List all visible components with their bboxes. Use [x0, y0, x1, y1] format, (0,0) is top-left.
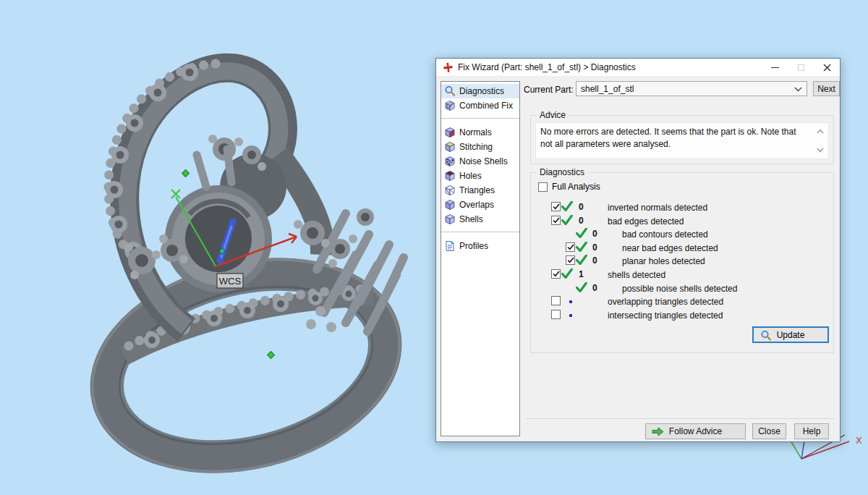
diagnostic-label: bad edges detected: [608, 216, 684, 227]
sidebar-item-label: Shells: [459, 214, 483, 224]
scroll-down-icon[interactable]: [816, 145, 825, 154]
sidebar-item-diagnostics[interactable]: Diagnostics: [441, 84, 519, 98]
diagnostic-label: intersecting triangles detected: [608, 310, 723, 321]
sidebar-item-label: Noise Shells: [459, 156, 508, 166]
profiles-icon: [444, 240, 456, 252]
current-part-value: shell_1_of_stl: [581, 84, 634, 94]
diagnostic-checkbox[interactable]: [566, 242, 575, 252]
diagnostic-label: shells detected: [608, 270, 665, 280]
maximize-icon: [788, 59, 814, 76]
close-button[interactable]: Close: [752, 423, 786, 439]
sidebar-item-normals[interactable]: Normals: [441, 125, 519, 140]
scroll-up-icon[interactable]: [816, 127, 825, 136]
diagnostics-groupbox: Diagnostics Full Analysis 0inverted norm…: [530, 172, 834, 353]
diagnostic-checkbox[interactable]: [551, 310, 561, 319]
dialog-titlebar[interactable]: Fix Wizard (Part: shell_1_of_stl) > Diag…: [436, 59, 840, 77]
current-part-dropdown[interactable]: shell_1_of_stl: [576, 81, 807, 96]
update-button[interactable]: Update: [752, 326, 829, 343]
sidebar-item-label: Normals: [459, 127, 492, 138]
sidebar-item-combined-fix[interactable]: Combined Fix: [441, 98, 519, 113]
svg-text:X: X: [856, 435, 862, 446]
diagnostic-count: 0: [592, 255, 597, 266]
diagnostic-row: 0bad contours detected: [531, 228, 833, 241]
blue-dot-icon: [569, 300, 572, 303]
diagnostic-checkbox[interactable]: [551, 216, 561, 225]
advice-groupbox: Advice No more errors are detected. It s…: [530, 115, 834, 164]
green-check-icon: [576, 228, 587, 240]
close-icon[interactable]: [814, 59, 840, 76]
green-arrow-icon: [652, 426, 664, 439]
current-part-label: Current Part:: [524, 85, 574, 95]
follow-advice-button[interactable]: Follow Advice: [645, 423, 746, 439]
diagnostic-checkbox[interactable]: [551, 202, 561, 211]
green-check-icon: [576, 255, 587, 267]
full-analysis-checkbox[interactable]: [538, 182, 548, 192]
diagnostic-row: 1shells detected: [531, 268, 833, 282]
sidebar-item-noise-shells[interactable]: Noise Shells: [441, 154, 519, 169]
fix-wizard-app-icon: [443, 62, 454, 73]
green-check-icon: [576, 282, 587, 295]
noise-shells-cube-icon: [444, 156, 456, 167]
dialog-title: Fix Wizard (Part: shell_1_of_stl) > Diag…: [458, 62, 636, 72]
diagnostic-row: 0planar holes detected: [531, 255, 833, 268]
full-analysis-label: Full Analysis: [552, 182, 600, 192]
green-check-icon: [576, 242, 587, 254]
stitching-cube-icon: [444, 141, 456, 153]
sidebar-item-label: Profiles: [459, 241, 488, 251]
sidebar-item-profiles[interactable]: Profiles: [441, 239, 519, 253]
diagnostic-count: 1: [579, 269, 584, 279]
minimize-icon[interactable]: [762, 59, 788, 76]
diagnostic-row: 0possible noise shells detected: [531, 282, 833, 295]
diagnostics-group-title: Diagnostics: [537, 167, 587, 177]
diagnostic-count: 0: [579, 202, 584, 212]
diagnostic-label: inverted normals detected: [608, 203, 707, 213]
diagnostic-label: overlapping triangles detected: [608, 297, 723, 307]
sidebar-item-stitching[interactable]: Stitching: [441, 140, 519, 154]
diagnostic-row: 0near bad edges detected: [531, 242, 833, 255]
advice-group-title: Advice: [537, 110, 569, 120]
diagnostic-count: 0: [579, 216, 584, 226]
holes-cube-icon: [444, 170, 456, 182]
sidebar-divider: [441, 232, 519, 232]
overlaps-cube-icon: [444, 199, 456, 211]
sidebar-item-label: Stitching: [459, 142, 493, 152]
sidebar-item-shells[interactable]: Shells: [441, 212, 519, 227]
advice-text: No more errors are detected. It seems th…: [540, 126, 809, 151]
green-check-icon: [561, 268, 573, 281]
diagnostic-checkbox[interactable]: [566, 255, 575, 265]
help-button[interactable]: Help: [794, 423, 829, 439]
sidebar-item-label: Overlaps: [459, 200, 494, 210]
svg-text:WCS: WCS: [219, 276, 242, 287]
shells-cube-icon: [444, 213, 456, 225]
sidebar-item-label: Diagnostics: [459, 86, 504, 96]
follow-advice-label: Follow Advice: [669, 426, 722, 436]
footer-divider: [526, 418, 834, 419]
app-canvas: WCS X Fix Wizard (Part: shell_1_of_stl) …: [0, 0, 868, 495]
sidebar-divider: [441, 118, 519, 119]
diagnostic-label: planar holes detected: [622, 256, 705, 266]
magnifier-icon: [760, 330, 772, 344]
sidebar-item-triangles[interactable]: Triangles: [441, 183, 519, 198]
magnifier-icon: [444, 85, 456, 97]
next-button[interactable]: Next: [813, 81, 840, 96]
advice-textbox: No more errors are detected. It seems th…: [535, 122, 829, 159]
diagnostic-checkbox[interactable]: [551, 296, 561, 305]
diagnostic-label: possible noise shells detected: [622, 284, 737, 294]
normals-cube-icon: [444, 127, 456, 138]
chevron-down-icon: [794, 84, 802, 94]
sidebar-item-overlaps[interactable]: Overlaps: [441, 198, 519, 212]
sidebar-item-label: Combined Fix: [459, 101, 513, 111]
diagnostic-row: overlapping triangles detected: [531, 295, 833, 308]
update-button-label: Update: [777, 330, 805, 340]
diagnostic-checkbox[interactable]: [551, 269, 561, 279]
wcs-label: WCS: [217, 274, 243, 288]
sidebar-item-label: Holes: [459, 171, 482, 181]
diagnostic-row: 0inverted normals detected: [531, 201, 833, 214]
sidebar-item-label: Triangles: [459, 185, 495, 195]
diagnostic-row: 0bad edges detected: [531, 215, 833, 228]
diagnostic-row: intersecting triangles detected: [531, 309, 833, 322]
triangles-cube-icon: [444, 185, 456, 196]
sidebar-item-holes[interactable]: Holes: [441, 169, 519, 183]
diagnostic-label: near bad edges detected: [622, 243, 718, 253]
diagnostic-count: 0: [592, 283, 597, 293]
